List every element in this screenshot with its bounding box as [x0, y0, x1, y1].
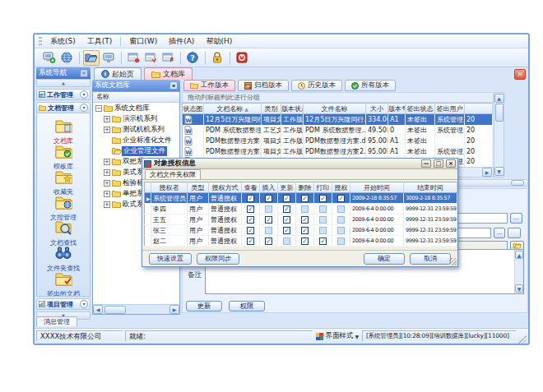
expand-icon[interactable]: +	[104, 127, 110, 133]
browse-button-2[interactable]: ...	[494, 228, 505, 238]
checkbox-checked-icon[interactable]	[301, 238, 309, 245]
minimize-icon[interactable]: —	[421, 159, 431, 168]
table-row[interactable]: WPDM数据整理方案2.doc项目文档工作版本PDM数据整理方案2.doc95.…	[183, 146, 493, 157]
column-header[interactable]: 大小	[366, 104, 388, 114]
mail-flag-button[interactable]	[160, 50, 176, 66]
column-header[interactable]: 签出状态	[406, 104, 435, 114]
tree-node-系统文档库[interactable]: −系统文档库	[93, 103, 179, 113]
scroll-right-icon[interactable]: ▶	[482, 168, 492, 177]
checkbox-checked-icon[interactable]	[301, 216, 309, 224]
nav-group-项目管理[interactable]: 项目管理	[36, 298, 90, 310]
sidebar-item-收藏夹[interactable]: 收藏夹	[37, 168, 90, 194]
permission-row[interactable]: 赵二用户普通授权2009-6-4 0:00:009999-12-31 23:59…	[145, 236, 457, 247]
group-by-bar[interactable]: 拖动列标题到此进行分组	[182, 92, 494, 103]
table-vertical-scrollbar[interactable]: ▲ ▼	[494, 92, 504, 178]
scroll-left-icon[interactable]: ◀	[93, 305, 103, 314]
computer-sync-button[interactable]	[41, 50, 58, 66]
sidebar-item-文件夹查找[interactable]: 文件夹查找	[37, 245, 90, 270]
column-header[interactable]: 结束时间	[404, 182, 457, 193]
permission-row[interactable]: 王五用户普通授权2009-6-4 0:00:009999-12-31 23:59…	[145, 214, 457, 225]
close-icon[interactable]: ×	[446, 159, 456, 168]
checkbox-checked-icon[interactable]	[337, 195, 345, 202]
help-button[interactable]: ?	[184, 50, 201, 66]
column-header[interactable]: 插入	[260, 182, 278, 193]
checkbox-unchecked-icon[interactable]	[283, 238, 290, 245]
column-header[interactable]: 状态图	[183, 104, 204, 114]
checkbox-checked-icon[interactable]	[247, 238, 254, 245]
expand-icon[interactable]: +	[104, 201, 110, 208]
checkbox-checked-icon[interactable]	[247, 205, 254, 213]
checkbox-unchecked-icon[interactable]	[319, 227, 327, 234]
scroll-up-icon[interactable]: ▲	[494, 94, 504, 103]
checkbox-unchecked-icon[interactable]	[319, 205, 327, 213]
ok-button[interactable]: 确定	[364, 253, 405, 265]
lock-button[interactable]	[209, 50, 225, 66]
checkbox-checked-icon[interactable]	[247, 195, 254, 202]
checkbox-unchecked-icon[interactable]	[337, 205, 345, 213]
tab-工作版本[interactable]: 工作版本	[183, 80, 235, 91]
tab-所有版本[interactable]: 所有版本	[345, 80, 396, 91]
ui-style-selector[interactable]: 界面样式 ▼	[314, 331, 360, 341]
menu-item[interactable]: 系统(S)	[44, 35, 81, 48]
checkbox-checked-icon[interactable]	[301, 227, 309, 234]
permission-row[interactable]: ▶系统管理员用户普通授权2009-2-18 8:35:573009-2-18 8…	[145, 193, 457, 204]
scroll-up-icon[interactable]: ▲	[515, 251, 523, 259]
tree-node-演示机系列[interactable]: +演示机系列	[93, 113, 179, 124]
table-row[interactable]: WPDM 系统数据整理检...工艺文档工作版本PDM 系统数据整理...49.5…	[183, 125, 493, 136]
menu-item[interactable]: 窗口(W)	[123, 35, 163, 48]
tab-起始页[interactable]: 起始页	[94, 67, 142, 80]
checkbox-checked-icon[interactable]	[319, 238, 327, 245]
tree-header-button[interactable]	[169, 81, 178, 90]
remark-scrollbar[interactable]: ▲ ▼	[514, 250, 523, 293]
permission-button[interactable]: 权限	[229, 301, 265, 311]
expand-icon[interactable]: +	[104, 169, 110, 176]
chevron-down-icon[interactable]	[80, 300, 88, 308]
clear-button[interactable]	[508, 228, 521, 238]
browse-button-1[interactable]: ...	[510, 213, 522, 224]
toolbar-grip[interactable]	[39, 37, 42, 46]
detail-expand-button[interactable]	[511, 180, 524, 186]
expand-icon[interactable]: +	[104, 159, 110, 165]
column-header[interactable]: 文档名称 ▲	[204, 104, 262, 114]
column-header[interactable]: 打印	[314, 182, 332, 193]
checkbox-unchecked-icon[interactable]	[319, 216, 327, 224]
tree-column-header[interactable]: 名称	[93, 92, 179, 103]
column-header[interactable]: 授权者	[151, 182, 188, 193]
tab-文档库[interactable]: 文档库	[144, 67, 193, 80]
close-pane-button[interactable]	[514, 69, 526, 80]
column-header[interactable]: 查看	[242, 182, 260, 193]
checkbox-unchecked-icon[interactable]	[301, 205, 309, 213]
sync-permissions-button[interactable]: 权限同步	[197, 253, 239, 265]
globe-button[interactable]	[58, 50, 75, 66]
quick-setup-button[interactable]: 快速设置	[149, 253, 192, 265]
expand-icon[interactable]: +	[104, 191, 110, 197]
tree-horizontal-scrollbar[interactable]: ◀ ▶	[93, 304, 179, 314]
column-header[interactable]	[465, 104, 493, 114]
sidebar-item-文控管理[interactable]: 文控管理	[37, 194, 90, 219]
checkbox-unchecked-icon[interactable]	[265, 227, 272, 234]
scroll-down-icon[interactable]: ▼	[515, 284, 523, 293]
scroll-right-icon[interactable]: ▶	[169, 305, 179, 314]
checkbox-checked-icon[interactable]	[301, 195, 309, 202]
scroll-thumb[interactable]	[104, 306, 126, 314]
checkbox-checked-icon[interactable]	[283, 216, 290, 224]
scroll-down-icon[interactable]: ▼	[494, 167, 504, 176]
chevron-down-icon[interactable]	[80, 104, 88, 112]
table-row[interactable]: WPDM数据整理方案.doc项目文档工作版本PDM数据整理方案.doc95.00…	[183, 136, 493, 146]
resize-grip[interactable]	[518, 335, 527, 344]
dialog-title-bar[interactable]: 对象授权信息 — □ ×	[142, 159, 457, 169]
sidebar-item-签出的文档[interactable]: 签出的文档	[37, 270, 90, 296]
permission-row[interactable]: 张三用户普通授权2009-6-4 0:00:009999-12-31 23:59…	[145, 225, 457, 236]
tree-node-测试机机系列[interactable]: +测试机机系列	[93, 124, 179, 135]
column-header[interactable]: 类别	[262, 104, 281, 114]
column-header[interactable]: 删除	[296, 182, 314, 193]
chevron-down-icon[interactable]	[80, 90, 88, 99]
expand-icon[interactable]: +	[104, 116, 110, 122]
collapse-icon[interactable]: −	[95, 105, 102, 112]
menu-item[interactable]: 工具(T)	[81, 35, 118, 48]
checkbox-unchecked-icon[interactable]	[337, 227, 345, 234]
mail-open-button[interactable]	[142, 50, 159, 66]
column-header[interactable]: 授权方式	[209, 182, 242, 193]
table-row[interactable]: W12月5日万兴隆同行...项目文档工作版本12月5日万兴隆同行...334.0…	[183, 114, 493, 125]
checkbox-unchecked-icon[interactable]	[265, 205, 272, 213]
